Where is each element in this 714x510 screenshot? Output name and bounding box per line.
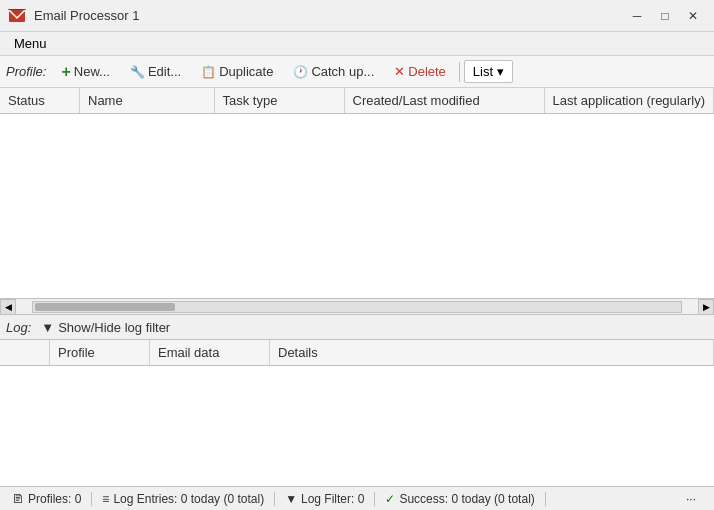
menu-item-menu[interactable]: Menu <box>6 34 55 53</box>
duplicate-button[interactable]: 📋 Duplicate <box>192 60 282 83</box>
log-col-emaildata: Email data <box>150 340 270 365</box>
table-body[interactable] <box>0 114 714 298</box>
delete-button[interactable]: ✕ Delete <box>385 60 455 83</box>
scrollbar-track[interactable] <box>32 301 682 313</box>
col-status: Status <box>0 88 80 113</box>
toolbar-separator <box>459 62 460 82</box>
col-name: Name <box>80 88 215 113</box>
status-log-entries: ≡ Log Entries: 0 today (0 total) <box>92 492 275 506</box>
log-label: Log: <box>6 320 31 335</box>
list-button[interactable]: List ▾ <box>464 60 513 83</box>
log-filter-icon: ▼ <box>285 492 297 506</box>
svg-rect-1 <box>8 9 26 10</box>
status-dots: ··· <box>676 492 706 506</box>
log-col-profile: Profile <box>50 340 150 365</box>
minimize-button[interactable]: ─ <box>624 6 650 26</box>
log-col-details: Details <box>270 340 714 365</box>
maximize-button[interactable]: □ <box>652 6 678 26</box>
profile-label: Profile: <box>6 64 46 79</box>
col-lastapp: Last application (regularly) <box>545 88 714 113</box>
status-profiles: 🖹 Profiles: 0 <box>8 492 92 506</box>
app-icon <box>8 7 26 25</box>
status-bar: 🖹 Profiles: 0 ≡ Log Entries: 0 today (0 … <box>0 486 714 510</box>
duplicate-icon: 📋 <box>201 65 216 79</box>
edit-button[interactable]: 🔧 Edit... <box>121 60 190 83</box>
main-content: Status Name Task type Created/Last modif… <box>0 88 714 486</box>
log-table-header: Profile Email data Details <box>0 340 714 366</box>
log-section: Log: ▼ Show/Hide log filter Profile Emai… <box>0 314 714 486</box>
window-controls: ─ □ ✕ <box>624 6 706 26</box>
scroll-left-arrow[interactable]: ◀ <box>0 299 16 315</box>
scrollbar-thumb[interactable] <box>35 303 175 311</box>
horizontal-scrollbar[interactable]: ◀ ▶ <box>0 298 714 314</box>
close-button[interactable]: ✕ <box>680 6 706 26</box>
log-bar: Log: ▼ Show/Hide log filter <box>0 314 714 340</box>
status-log-filter: ▼ Log Filter: 0 <box>275 492 375 506</box>
toolbar: Profile: + New... 🔧 Edit... 📋 Duplicate … <box>0 56 714 88</box>
profile-table: Status Name Task type Created/Last modif… <box>0 88 714 314</box>
log-body[interactable] <box>0 366 714 486</box>
log-filter-button[interactable]: ▼ Show/Hide log filter <box>35 318 176 337</box>
new-button[interactable]: + New... <box>52 59 118 85</box>
success-icon: ✓ <box>385 492 395 506</box>
new-icon: + <box>61 63 70 81</box>
window-title: Email Processor 1 <box>34 8 624 23</box>
log-col-status <box>0 340 50 365</box>
table-header: Status Name Task type Created/Last modif… <box>0 88 714 114</box>
log-entries-icon: ≡ <box>102 492 109 506</box>
edit-icon: 🔧 <box>130 65 145 79</box>
delete-icon: ✕ <box>394 64 405 79</box>
status-success: ✓ Success: 0 today (0 total) <box>375 492 545 506</box>
catchup-button[interactable]: 🕐 Catch up... <box>284 60 383 83</box>
catchup-icon: 🕐 <box>293 65 308 79</box>
col-created: Created/Last modified <box>345 88 545 113</box>
filter-icon: ▼ <box>41 320 54 335</box>
menu-bar: Menu <box>0 32 714 56</box>
col-tasktype: Task type <box>215 88 345 113</box>
scroll-right-arrow[interactable]: ▶ <box>698 299 714 315</box>
profiles-icon: 🖹 <box>12 492 24 506</box>
title-bar: Email Processor 1 ─ □ ✕ <box>0 0 714 32</box>
